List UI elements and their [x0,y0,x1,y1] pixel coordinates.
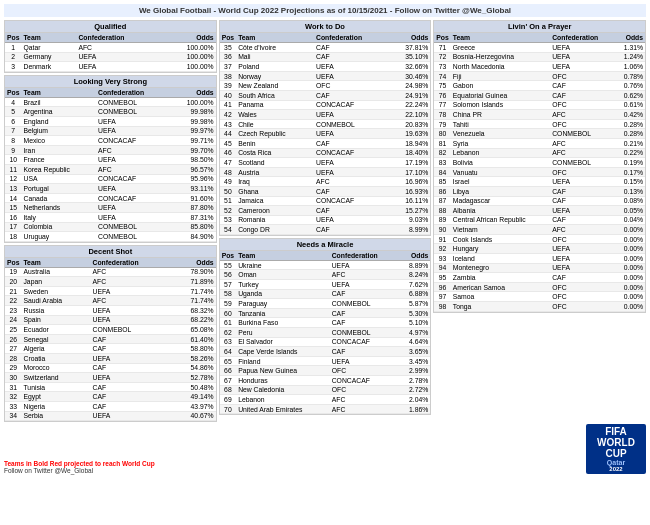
cell-pos: 95 [434,273,450,283]
cell-odds: 87.80% [170,203,216,213]
cell-team: Serbia [21,411,90,421]
cell-conf: CONCACAF [96,136,170,146]
table-row: 48AustriaUEFA17.10% [220,167,431,177]
cell-conf: UEFA [76,52,162,62]
cell-pos: 61 [220,318,236,328]
cell-odds: 71.74% [172,296,216,306]
cell-odds: 78.90% [172,267,216,277]
cell-conf: OFC [330,366,399,376]
cell-odds: 37.81% [390,43,431,53]
cell-odds: 20.83% [390,119,431,129]
cell-team: Italy [21,212,96,222]
table-row: 97SamoaOFC0.00% [434,292,645,302]
table-row: 66Papua New GuineaOFC2.99% [220,366,431,376]
table-row: 76Equatorial GuineaCAF0.62% [434,90,645,100]
table-row: 45BeninCAF18.94% [220,138,431,148]
cell-team: Egypt [21,392,90,402]
cell-team: Costa Rica [236,148,314,158]
cell-conf: CAF [330,308,399,318]
cell-team: Oman [236,270,330,280]
cell-pos: 46 [220,148,236,158]
cell-conf: UEFA [550,206,615,216]
cell-odds: 16.93% [390,186,431,196]
table-row: 22Saudi ArabiaAFC71.74% [5,296,216,306]
cell-conf: CAF [314,43,390,53]
cell-odds: 18.94% [390,138,431,148]
cell-pos: 92 [434,244,450,254]
cell-conf: UEFA [90,286,171,296]
cell-pos: 63 [220,337,236,347]
cell-pos: 1 [5,43,21,53]
qatar-label: Qatar [590,459,642,466]
table-row: 92HungaryUEFA0.00% [434,244,645,254]
decent-shot-section: Decent Shot Pos Team Confederation Odds … [4,245,217,423]
cell-odds: 19.63% [390,129,431,139]
cell-team: Sweden [21,286,90,296]
table-row: 72Bosnia-HerzegovinaUEFA1.24% [434,52,645,62]
table-row: 25EcuadorCONMEBOL65.08% [5,325,216,335]
cell-team: Uruguay [21,232,96,242]
cell-conf: CAF [550,215,615,225]
cell-odds: 49.14% [172,392,216,402]
cell-conf: OFC [550,167,615,177]
cell-odds: 2.78% [398,376,430,386]
table-row: 10FranceUEFA98.50% [5,155,216,165]
cell-odds: 24.91% [390,90,431,100]
cell-odds: 1.24% [615,52,645,62]
cell-team: Colombia [21,222,96,232]
cell-odds: 22.24% [390,100,431,110]
decent-shot-header: Decent Shot [5,246,216,258]
cell-conf: CAF [550,196,615,206]
table-row: 33NigeriaCAF43.97% [5,402,216,412]
cell-odds: 0.00% [615,302,645,312]
table-row: 78China PRAFC0.42% [434,110,645,120]
cell-odds: 32.66% [390,62,431,72]
cell-team: Turkey [236,280,330,290]
cell-team: Congo DR [236,225,314,235]
table-row: 36MaliCAF35.10% [220,52,431,62]
cell-pos: 38 [220,71,236,81]
cell-team: Central African Republic [451,215,550,225]
cell-conf: OFC [550,292,615,302]
cell-team: Côte d'Ivoire [236,43,314,53]
cell-pos: 98 [434,302,450,312]
page-wrapper: We Global Football - World Cup 2022 Proj… [0,0,650,478]
table-row: 3DenmarkUEFA100.00% [5,62,216,72]
cell-pos: 41 [220,100,236,110]
cell-team: Syria [451,138,550,148]
cell-pos: 43 [220,119,236,129]
cell-odds: 0.00% [615,254,645,264]
cell-odds: 0.42% [615,110,645,120]
cell-conf: UEFA [330,280,399,290]
table-row: 14CanadaCONCACAF91.60% [5,193,216,203]
cell-conf: OFC [550,234,615,244]
cell-conf: CAF [90,382,171,392]
cell-odds: 0.08% [615,196,645,206]
table-row: 29MoroccoCAF54.86% [5,363,216,373]
cell-odds: 9.03% [390,215,431,225]
cell-pos: 11 [5,164,21,174]
table-row: 40South AfricaCAF24.91% [220,90,431,100]
table-row: 35Côte d'IvoireCAF37.81% [220,43,431,53]
cell-pos: 39 [220,81,236,91]
cell-odds: 16.11% [390,196,431,206]
cell-conf: CAF [90,402,171,412]
table-row: 19AustraliaAFC78.90% [5,267,216,277]
cell-team: Ukraine [236,260,330,270]
table-row: 18UruguayCONMEBOL84.90% [5,232,216,242]
table-row: 91Cook IslandsOFC0.00% [434,234,645,244]
table-row: 44Czech RepublicUEFA19.63% [220,129,431,139]
cell-odds: 65.08% [172,325,216,335]
cell-pos: 60 [220,308,236,318]
cell-team: Samoa [451,292,550,302]
cell-team: Croatia [21,354,90,364]
table-row: 69LebanonAFC2.04% [220,395,431,405]
cell-conf: CAF [314,90,390,100]
table-row: 28CroatiaUEFA58.26% [5,354,216,364]
table-row: 88AlbaniaUEFA0.05% [434,206,645,216]
cell-odds: 0.61% [615,100,645,110]
cell-conf: UEFA [330,356,399,366]
cell-team: Burkina Faso [236,318,330,328]
table-row: 4BrazilCONMEBOL100.00% [5,97,216,107]
cell-pos: 23 [5,306,21,316]
